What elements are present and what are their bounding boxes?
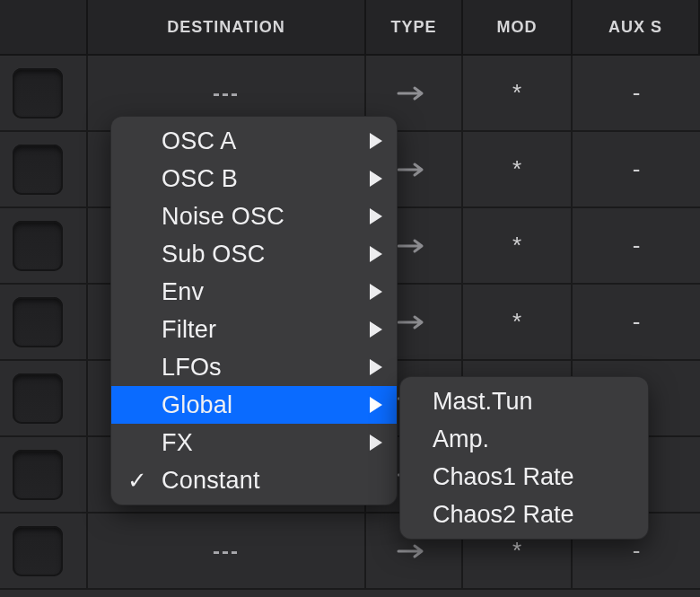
menu-item-label: LFOs bbox=[162, 354, 222, 382]
destination-value: --- bbox=[213, 539, 240, 564]
menu-item-label: OSC B bbox=[162, 165, 238, 193]
submenu-item-label: Chaos1 Rate bbox=[433, 463, 574, 491]
menu-item-lfos[interactable]: LFOs bbox=[111, 348, 397, 386]
header-type: TYPE bbox=[366, 0, 463, 54]
arrow-right-icon bbox=[397, 162, 431, 178]
menu-item-label: Noise OSC bbox=[162, 203, 284, 231]
chevron-right-icon bbox=[370, 397, 382, 413]
submenu-item-label: Amp. bbox=[433, 426, 489, 453]
slot-well-icon bbox=[13, 145, 63, 195]
menu-item-label: Sub OSC bbox=[162, 241, 265, 268]
menu-item-label: Env bbox=[162, 278, 204, 306]
row-slot-well[interactable] bbox=[0, 437, 88, 512]
arrow-right-icon bbox=[397, 314, 431, 330]
menu-item-filter[interactable]: Filter bbox=[111, 311, 397, 348]
header-mod: MOD bbox=[463, 0, 573, 54]
mod-value: * bbox=[512, 155, 521, 183]
submenu-item-label: Mast.Tun bbox=[433, 388, 533, 416]
menu-item-noise-osc[interactable]: Noise OSC bbox=[111, 198, 397, 235]
chevron-right-icon bbox=[370, 246, 382, 262]
menu-item-constant[interactable]: ✓ Constant bbox=[111, 461, 397, 499]
aux-value: - bbox=[633, 537, 641, 565]
menu-item-sub-osc[interactable]: Sub OSC bbox=[111, 235, 397, 273]
chevron-right-icon bbox=[370, 133, 382, 149]
menu-item-label: OSC A bbox=[162, 127, 237, 155]
menu-item-label: FX bbox=[162, 429, 193, 457]
chevron-right-icon bbox=[370, 321, 382, 338]
chevron-right-icon bbox=[370, 359, 382, 375]
slot-well-icon bbox=[13, 526, 63, 576]
header-aux: AUX S bbox=[573, 0, 700, 54]
mod-value: * bbox=[512, 79, 521, 107]
submenu-item-label: Chaos2 Rate bbox=[433, 501, 574, 529]
row-slot-well[interactable] bbox=[0, 56, 88, 130]
aux-cell[interactable]: - bbox=[573, 132, 700, 206]
row-slot-well[interactable] bbox=[0, 361, 88, 435]
chevron-right-icon bbox=[370, 284, 382, 300]
arrow-right-icon bbox=[397, 85, 431, 101]
header-lead-spacer bbox=[0, 0, 88, 54]
slot-well-icon bbox=[13, 221, 63, 271]
mod-cell[interactable]: * bbox=[463, 132, 573, 206]
chevron-right-icon bbox=[370, 171, 382, 187]
menu-item-label: Global bbox=[162, 391, 232, 419]
chevron-right-icon bbox=[370, 435, 382, 451]
row-slot-well[interactable] bbox=[0, 208, 88, 283]
submenu-item-chaos2-rate[interactable]: Chaos2 Rate bbox=[400, 496, 648, 533]
destination-submenu-global[interactable]: Mast.Tun Amp. Chaos1 Rate Chaos2 Rate bbox=[400, 377, 648, 539]
menu-item-osc-a[interactable]: OSC A bbox=[111, 122, 397, 160]
mod-cell[interactable]: * bbox=[463, 285, 573, 359]
aux-cell[interactable]: - bbox=[573, 208, 700, 283]
matrix-header: DESTINATION TYPE MOD AUX S bbox=[0, 0, 700, 56]
arrow-right-icon bbox=[397, 543, 431, 559]
menu-item-fx[interactable]: FX bbox=[111, 424, 397, 461]
row-slot-well[interactable] bbox=[0, 285, 88, 359]
menu-item-global[interactable]: Global bbox=[111, 386, 397, 424]
mod-value: * bbox=[512, 232, 521, 259]
arrow-right-icon bbox=[397, 238, 431, 254]
menu-item-label: Constant bbox=[162, 467, 260, 495]
slot-well-icon bbox=[13, 373, 63, 424]
destination-menu[interactable]: OSC A OSC B Noise OSC Sub OSC Env Filter… bbox=[111, 117, 397, 505]
slot-well-icon bbox=[13, 450, 63, 500]
menu-item-osc-b[interactable]: OSC B bbox=[111, 160, 397, 198]
slot-well-icon bbox=[13, 68, 63, 119]
mod-value: * bbox=[512, 308, 521, 336]
aux-cell[interactable]: - bbox=[573, 285, 700, 359]
aux-value: - bbox=[633, 79, 641, 107]
row-slot-well[interactable] bbox=[0, 132, 88, 206]
aux-value: - bbox=[633, 232, 641, 259]
check-icon: ✓ bbox=[127, 467, 147, 495]
aux-value: - bbox=[633, 155, 641, 183]
aux-value: - bbox=[633, 308, 641, 336]
destination-cell[interactable]: --- bbox=[88, 514, 366, 588]
submenu-item-master-tune[interactable]: Mast.Tun bbox=[400, 382, 648, 420]
mod-cell[interactable]: * bbox=[463, 208, 573, 283]
destination-value: --- bbox=[213, 81, 240, 106]
submenu-item-amp[interactable]: Amp. bbox=[400, 420, 648, 458]
menu-item-env[interactable]: Env bbox=[111, 273, 397, 311]
chevron-right-icon bbox=[370, 208, 382, 224]
aux-cell[interactable]: - bbox=[573, 56, 700, 130]
menu-item-label: Filter bbox=[162, 316, 216, 344]
submenu-item-chaos1-rate[interactable]: Chaos1 Rate bbox=[400, 458, 648, 496]
mod-value: * bbox=[512, 537, 521, 565]
mod-cell[interactable]: * bbox=[463, 56, 573, 130]
row-slot-well[interactable] bbox=[0, 514, 88, 588]
header-destination: DESTINATION bbox=[88, 0, 366, 54]
slot-well-icon bbox=[13, 297, 63, 347]
